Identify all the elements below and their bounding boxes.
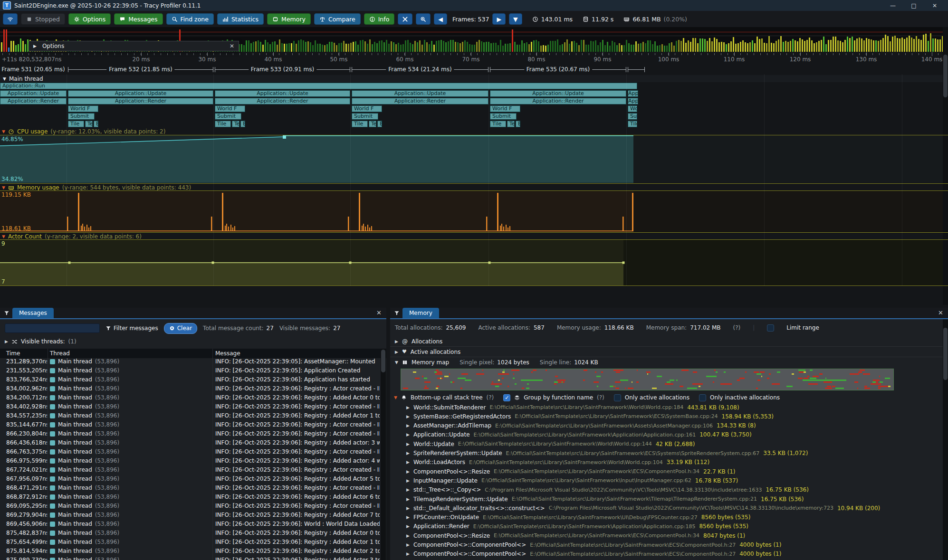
callstack-tree-row[interactable]: ▶FPSCounter::OnUpdateE:\Official\SaintTe…	[390, 513, 941, 522]
limit-range-checkbox[interactable]	[767, 324, 774, 332]
callstack-tree-row[interactable]: ▶SystemBase::GetRegisteredActorsE:\Offic…	[390, 412, 941, 421]
message-row[interactable]: 866,230,804nsMain thread(53,896)INFO: [2…	[0, 430, 380, 439]
message-row[interactable]: 866,975,599nsMain thread(53,896)INFO: [2…	[0, 457, 380, 466]
message-row[interactable]: 868,872,912nsMain thread(53,896)INFO: [2…	[0, 494, 380, 503]
memory-map-section[interactable]: ▼ Memory map Single pixel: 1024 bytes Si…	[390, 357, 948, 368]
message-row[interactable]: 834,557,235nsMain thread(53,896)INFO: [2…	[0, 412, 380, 421]
toolbar-button-connection[interactable]	[3, 13, 18, 25]
zone-application-run[interactable]: Application::Run	[0, 83, 637, 89]
callstack-tree-row[interactable]: ▶AssetManager::AddTilemapE:\Official\Sai…	[390, 421, 941, 430]
frame-marker[interactable]: Frame 534 (21.24 ms)	[352, 66, 488, 74]
toolbar-button-statistics[interactable]: Statistics	[217, 13, 264, 25]
callstack-tree-row[interactable]: ▶World::SubmitToRendererE:\Official\Sain…	[390, 403, 941, 412]
timeline-scrollbar-thumb[interactable]	[943, 55, 948, 97]
message-row[interactable]: 835,144,677nsMain thread(53,896)INFO: [2…	[0, 421, 380, 430]
expand-icon[interactable]: ▶	[5, 339, 8, 344]
timeline-scrollbar[interactable]	[943, 27, 948, 305]
toolbar-button-tools[interactable]	[398, 13, 412, 25]
toolbar-button-stopped[interactable]: Stopped	[21, 13, 65, 25]
zone-tile[interactable]: Te	[232, 121, 239, 127]
zone-tile[interactable]: E	[377, 121, 382, 127]
zone-tile[interactable]: E	[94, 121, 98, 127]
message-row[interactable]: 231,553,205nsMain thread(53,896)INFO: [2…	[0, 367, 380, 376]
callstack-tree-row[interactable]: ▶ComponentPool<>::ResizeE:\Official\Sain…	[390, 531, 941, 540]
callstack-tree-row[interactable]: ▶World::LoadActorsE:\Official\SaintTempl…	[390, 458, 941, 467]
callstack-tree-row[interactable]: ▶std::_Default_allocator_traits<>::const…	[390, 503, 941, 513]
zone-tile[interactable]: E	[240, 121, 245, 127]
window-funnel-icon[interactable]	[4, 310, 10, 316]
callstack-tree-row[interactable]: ▶TilemapRendererSystem::UpdateE:\Officia…	[390, 494, 941, 503]
toolbar-button-zoom[interactable]	[416, 13, 431, 25]
messages-table-header[interactable]: TimeThreadMessage	[0, 349, 386, 358]
zone-tile[interactable]: Tile	[215, 121, 231, 127]
toolbar-button-options[interactable]: Options	[68, 13, 111, 25]
frame-marker[interactable]	[628, 66, 645, 74]
only-active-checkbox[interactable]	[614, 394, 621, 401]
zone-application-render[interactable]: Application::Render	[628, 98, 638, 104]
message-row[interactable]: 869,095,295nsMain thread(53,896)INFO: [2…	[0, 503, 380, 512]
callstack-tree-row[interactable]: ▶SpriteRendererSystem::UpdateE:\Official…	[390, 449, 941, 458]
options-close-icon[interactable]: ✕	[230, 43, 234, 49]
actor-plot-header[interactable]: ▼ Actor Count (y-range: 2, visible data …	[0, 233, 948, 240]
memory-scrollbar[interactable]	[943, 319, 948, 560]
active-allocations-section[interactable]: ▶♥ Active allocations	[390, 347, 948, 357]
zone-application-render[interactable]: Application::Render	[490, 98, 626, 104]
zone-world-submit[interactable]: World F	[68, 105, 98, 112]
callstack-tree-row[interactable]: ▶ComponentPool<>::ComponentPool<>E:\Offi…	[390, 550, 941, 559]
frame-marker[interactable]: Frame 532 (21.85 ms)	[68, 66, 213, 74]
message-row[interactable]: 875,989,730nsMain thread(53,896)INFO: [2…	[0, 557, 380, 560]
message-row[interactable]: 869,279,904nsMain thread(53,896)INFO: [2…	[0, 512, 380, 521]
zone-application-update[interactable]: Application::Update	[490, 90, 626, 97]
message-row[interactable]: 867,724,021nsMain thread(53,896)INFO: [2…	[0, 466, 380, 475]
cpu-usage-plot[interactable]: 46.85% 34.82%	[0, 135, 948, 183]
collapse-icon[interactable]: ▼	[3, 76, 6, 81]
maximize-button[interactable]: □	[903, 0, 924, 11]
frames-next-button[interactable]: ▶	[492, 13, 506, 25]
messages-close-icon[interactable]: ✕	[376, 309, 382, 316]
zone-world-submit[interactable]: World F	[628, 105, 637, 112]
frame-marker[interactable]: Frame 535 (20.67 ms)	[490, 66, 626, 74]
callstack-tree-row[interactable]: ▶Application::UpdateE:\Official\SaintTem…	[390, 430, 941, 439]
callstack-tree-row[interactable]: ▶InputManager::UpdateE:\Official\SaintTe…	[390, 476, 941, 485]
expand-icon[interactable]: ▶	[33, 44, 37, 48]
frames-prev-button[interactable]: ◀	[434, 13, 447, 25]
tab-memory[interactable]: Memory	[402, 308, 439, 318]
message-row[interactable]: 875,482,837nsMain thread(53,896)INFO: [2…	[0, 530, 380, 539]
zone-submit[interactable]: Submit	[68, 113, 95, 120]
collapse-icon[interactable]: ▼	[394, 395, 397, 400]
message-row[interactable]: 866,763,375nsMain thread(53,896)INFO: [2…	[0, 448, 380, 457]
window-funnel-icon[interactable]	[394, 310, 400, 316]
callstack-tree-row[interactable]: ▶ComponentPool<>::ResizeE:\Official\Sain…	[390, 467, 941, 476]
options-popup[interactable]: ▶ Options ✕	[29, 41, 239, 51]
message-row[interactable]: 875,814,594nsMain thread(53,896)INFO: [2…	[0, 548, 380, 557]
tab-messages[interactable]: Messages	[12, 308, 54, 318]
zone-application-render[interactable]: Application::Render	[352, 98, 488, 104]
toolbar-button-compare[interactable]: Compare	[314, 13, 361, 25]
memory-close-icon[interactable]: ✕	[938, 309, 943, 316]
callstack-tree-row[interactable]: ▶std::_Tree<>::_Copy<>C:\Program Files\M…	[390, 485, 941, 494]
minimize-button[interactable]: —	[882, 0, 903, 11]
callstack-tree-row[interactable]: ▶ComponentPool<>::ComponentPool<>E:\Offi…	[390, 541, 941, 550]
frame-marker[interactable]: Frame 533 (20.91 ms)	[215, 66, 350, 74]
toolbar-button-info[interactable]: Info	[364, 13, 395, 25]
callstack-tree-row[interactable]: ▶Application::RenderE:\Official\SaintTem…	[390, 522, 941, 531]
zone-tile[interactable]: Te	[85, 121, 93, 127]
zone-tile[interactable]: Tile	[490, 121, 506, 127]
message-row[interactable]: 834,200,712nsMain thread(53,896)INFO: [2…	[0, 394, 380, 403]
zone-application-update[interactable]: Application::Update	[0, 90, 67, 97]
message-row[interactable]: 868,471,291nsMain thread(53,896)INFO: [2…	[0, 484, 380, 494]
toolbar-button-find-zone[interactable]: Find zone	[166, 13, 214, 25]
zone-application-update[interactable]: Application::Update	[628, 90, 638, 97]
messages-scrollbar[interactable]	[381, 349, 386, 560]
message-row[interactable]: 231,289,370nsMain thread(53,896)INFO: [2…	[0, 358, 380, 367]
toolbar-button-memory[interactable]: Memory	[267, 13, 311, 25]
group-by-function-checkbox[interactable]: ✓	[503, 394, 510, 401]
zone-world-submit[interactable]: World F	[352, 105, 382, 112]
zone-application-update[interactable]: Application::Update	[68, 90, 213, 97]
memory-scrollbar-thumb[interactable]	[943, 328, 948, 380]
memory-usage-plot[interactable]: 119.15 KB 118.61 KB	[0, 191, 948, 232]
zone-tile[interactable]: Te	[507, 121, 515, 127]
zone-tile[interactable]: E	[516, 121, 520, 127]
message-row[interactable]: 834,002,962nsMain thread(53,896)INFO: [2…	[0, 385, 380, 394]
timeline-view[interactable]: ▶ Options ✕ 20 ms30 ms40 ms50 ms60 ms70 …	[0, 27, 948, 305]
